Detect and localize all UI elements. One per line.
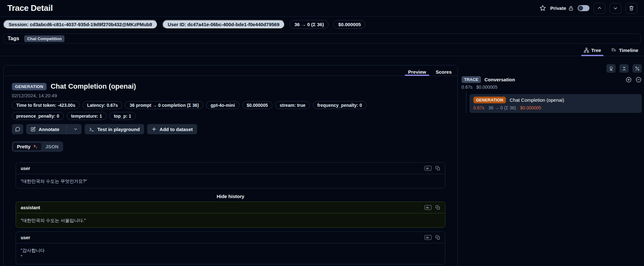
generation-type-badge: GENERATION bbox=[12, 83, 47, 90]
dataset-label: Add to dataset bbox=[159, 127, 193, 132]
privacy-label: Private bbox=[550, 5, 566, 11]
node-title: Chat Completion (openai) bbox=[510, 97, 564, 103]
observation-panel: Preview Scores GENERATION Chat Completio… bbox=[3, 65, 458, 266]
tags-label: Tags bbox=[8, 36, 19, 41]
format-json-button[interactable]: JSON bbox=[42, 142, 63, 151]
plus-icon bbox=[152, 127, 157, 132]
fold-vertical-icon bbox=[622, 66, 627, 71]
comments-button[interactable] bbox=[12, 124, 23, 134]
chip-presence-penalty: presence_penalty: 0 bbox=[12, 112, 64, 120]
message-header: user M↓ bbox=[16, 163, 445, 174]
next-trace-button[interactable] bbox=[610, 3, 621, 14]
trace-type-badge: TRACE bbox=[462, 76, 481, 83]
bookmark-star-button[interactable] bbox=[539, 5, 546, 11]
message-role: assistant bbox=[21, 205, 40, 210]
percent-icon bbox=[635, 66, 640, 71]
tab-scores[interactable]: Scores bbox=[435, 65, 452, 76]
format-pretty-button[interactable]: Pretty bbox=[13, 142, 42, 151]
comment-icon bbox=[15, 127, 20, 132]
node-metrics: 0.67s 36 → 0 (Σ 36) $0.000005 bbox=[473, 105, 638, 110]
hide-history-button[interactable]: Hide history bbox=[217, 194, 244, 199]
tree-connector-line bbox=[466, 92, 466, 113]
annotate-dropdown-button[interactable] bbox=[70, 124, 82, 134]
node-tokens: 36 → 0 (Σ 36) bbox=[488, 105, 516, 110]
markdown-toggle-icon[interactable]: M↓ bbox=[425, 205, 432, 210]
list-tree-icon bbox=[611, 48, 617, 53]
annotate-label: Annotate bbox=[39, 127, 59, 132]
markdown-toggle-icon[interactable]: M↓ bbox=[425, 235, 432, 240]
annotate-button[interactable]: Annotate bbox=[26, 124, 63, 134]
panel-tabs: Preview Scores bbox=[4, 65, 457, 76]
message-tools: M↓ bbox=[425, 166, 440, 171]
test-in-playground-button[interactable]: Test in playground bbox=[85, 124, 144, 134]
trace-root-row[interactable]: TRACE Conversation bbox=[462, 76, 642, 83]
collapse-node-button[interactable] bbox=[635, 77, 642, 83]
scores-award-button[interactable] bbox=[606, 64, 616, 73]
circle-plus-icon bbox=[625, 77, 632, 83]
markdown-toggle-icon[interactable]: M↓ bbox=[425, 166, 432, 171]
message-header: user M↓ bbox=[16, 232, 445, 243]
annotate-split-button: Annotate bbox=[26, 124, 82, 134]
node-heading: GENERATION Chat Completion (openai) bbox=[473, 97, 638, 103]
observation-timestamp: 02/12/2024, 14:20:49 bbox=[12, 93, 449, 98]
award-icon bbox=[609, 66, 614, 71]
observation-metric-chips: Time to first token: -423.00s Latency: 0… bbox=[12, 101, 395, 120]
lock-icon bbox=[568, 6, 574, 11]
copy-icon[interactable] bbox=[435, 166, 440, 171]
trace-latency: 0.67s bbox=[462, 85, 472, 90]
message-role: user bbox=[21, 166, 30, 171]
sidebar-toolbar bbox=[462, 64, 642, 73]
public-private-toggle[interactable] bbox=[578, 5, 589, 11]
trace-cost: $0.000005 bbox=[476, 85, 497, 90]
message-content: "대한민국의 수도는 무엇인가요?" bbox=[16, 174, 445, 188]
circle-minus-icon bbox=[635, 77, 642, 83]
node-cost: $0.000005 bbox=[520, 105, 541, 110]
view-mode-tabs: Tree Timeline bbox=[0, 48, 644, 56]
message-role: user bbox=[21, 235, 30, 240]
format-toggle: Pretty JSON bbox=[12, 141, 63, 152]
message-content: "대한민국의 수도는 서울입니다." bbox=[16, 213, 445, 227]
tab-preview[interactable]: Preview bbox=[407, 65, 427, 76]
tags-bar: Tags Chat Competition bbox=[3, 33, 641, 44]
delete-trace-button[interactable] bbox=[625, 3, 637, 14]
metrics-percent-button[interactable] bbox=[633, 64, 642, 73]
expand-all-button[interactable] bbox=[625, 77, 632, 83]
tab-tree[interactable]: Tree bbox=[583, 48, 602, 56]
tab-timeline[interactable]: Timeline bbox=[611, 48, 639, 56]
message-tools: M↓ bbox=[425, 235, 440, 240]
copy-icon[interactable] bbox=[435, 235, 440, 240]
add-to-dataset-button[interactable]: Add to dataset bbox=[147, 124, 197, 134]
trash-icon bbox=[629, 5, 634, 11]
copy-icon[interactable] bbox=[435, 205, 440, 210]
node-generation-badge: GENERATION bbox=[473, 97, 506, 103]
chip-time-to-first-token: Time to first token: -423.00s bbox=[12, 101, 80, 109]
message-assistant: assistant M↓ "대한민국의 수도는 서울입니다." bbox=[16, 202, 445, 228]
sparkles-icon bbox=[33, 144, 38, 149]
tab-timeline-label: Timeline bbox=[619, 48, 638, 53]
previous-trace-button[interactable] bbox=[594, 3, 605, 14]
edit-square-icon bbox=[30, 127, 36, 132]
chat-messages: user M↓ "대한민국의 수도는 무엇인가요?" Hide history … bbox=[16, 162, 445, 266]
tag-chat-competition[interactable]: Chat Competition bbox=[24, 35, 64, 42]
node-latency: 0.67s bbox=[473, 105, 484, 110]
token-usage-chip: 36 → 0 (Σ 36) bbox=[290, 20, 329, 29]
session-chip[interactable]: Session: cd3abcd6-c81c-4037-935d-19d9f27… bbox=[3, 20, 158, 29]
content-area: Preview Scores GENERATION Chat Completio… bbox=[0, 56, 644, 266]
page-title: Trace Detail bbox=[7, 3, 53, 13]
generation-node-card[interactable]: GENERATION Chat Completion (openai) 0.67… bbox=[470, 94, 642, 113]
observation-body: GENERATION Chat Completion (openai) 02/1… bbox=[4, 76, 457, 266]
message-content: "감사합니다 " bbox=[16, 243, 445, 264]
toggle-thumb bbox=[578, 6, 583, 11]
total-cost-chip: $0.000005 bbox=[333, 20, 366, 29]
collapse-all-button[interactable] bbox=[619, 64, 629, 73]
chevron-up-icon bbox=[597, 5, 602, 11]
user-id-chip[interactable]: User ID: dc47a41e-06bc-400d-bde1-f0e440d… bbox=[162, 20, 285, 29]
chip-model: gpt-4o-mini bbox=[206, 101, 239, 109]
message-tools: M↓ bbox=[425, 205, 440, 210]
chip-stream: stream: true bbox=[275, 101, 310, 109]
message-header: assistant M↓ bbox=[16, 202, 445, 213]
split-divider bbox=[66, 124, 67, 134]
star-icon bbox=[539, 5, 546, 11]
chip-frequency-penalty: frequency_penalty: 0 bbox=[313, 101, 366, 109]
pretty-label: Pretty bbox=[17, 144, 31, 149]
